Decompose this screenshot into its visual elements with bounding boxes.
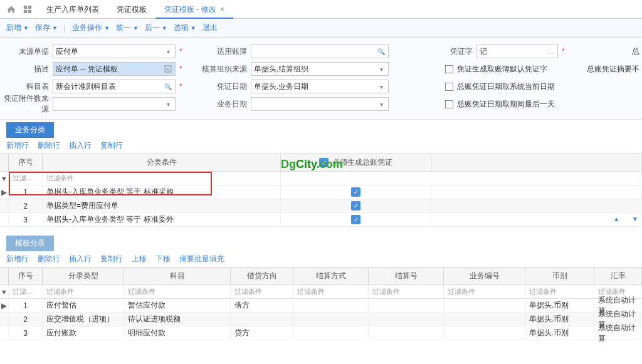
table-row[interactable]: 2应交增值税（进项）待认证进项税额单据头.币别系统自动计算 — [0, 313, 642, 326]
cell-subj[interactable]: 暂估应付款 — [124, 299, 231, 312]
col-must[interactable]: ✓必须生成总账凭证 — [281, 154, 431, 171]
table-row[interactable]: 3单据头-入库单业务类型 等于 标准委外✓ — [0, 213, 642, 227]
col-seq[interactable]: 序号 — [9, 154, 43, 171]
cell-dc[interactable] — [231, 313, 293, 326]
chevron-down-icon[interactable]: ▾ — [163, 46, 173, 56]
chevron-down-icon[interactable]: ▾ — [376, 99, 386, 109]
col2-dc[interactable]: 借贷方向 — [231, 268, 293, 284]
org-input[interactable]: 单据头.结算组织▾ — [251, 62, 389, 76]
filter2-curr[interactable]: 过滤条件 — [525, 285, 594, 298]
cell-cond[interactable]: 单据头-入库单业务类型 等于 标准委外 — [43, 213, 281, 226]
tab-stockin-list[interactable]: 生产入库单列表 — [38, 0, 108, 19]
src-bill-input[interactable]: 应付单▾ — [53, 44, 176, 58]
section-biz-class[interactable]: 业务分类 — [6, 122, 54, 138]
grid-icon[interactable] — [21, 3, 34, 16]
filter2-etype[interactable]: 过滤条件 — [43, 285, 124, 298]
chk-period-end[interactable]: 总账凭证日期取期间最后一天 — [445, 99, 555, 110]
col2-settle[interactable]: 结算方式 — [293, 268, 369, 284]
delrow-button[interactable]: 删除行 — [38, 140, 60, 151]
cell-must[interactable]: ✓ — [281, 185, 431, 199]
col2-settleno[interactable]: 结算号 — [369, 268, 444, 284]
insrow-button[interactable]: 插入行 — [69, 140, 92, 151]
table-row[interactable]: ▶1单据头-入库单业务类型 等于 标准采购✓ — [0, 185, 642, 199]
filter-icon[interactable]: ▼ — [0, 172, 9, 185]
col2-rate[interactable]: 汇率 — [594, 268, 642, 284]
chevron-down-icon[interactable]: ▾ — [376, 64, 386, 74]
col2-subj[interactable]: 科目 — [124, 268, 231, 284]
addrow2-button[interactable]: 新增行 — [6, 254, 29, 264]
col-cond[interactable]: 分类条件 — [43, 154, 281, 171]
save-button[interactable]: 保存▼ — [35, 23, 58, 33]
cell-subj[interactable]: 待认证进项税额 — [124, 313, 231, 326]
tab-voucher-tpl[interactable]: 凭证模板 — [108, 0, 155, 19]
table-row[interactable]: 2单据类型=费用应付单✓ — [0, 199, 642, 213]
cell-dc[interactable]: 贷方 — [231, 326, 293, 340]
filter2-subj[interactable]: 过滤条件 — [124, 285, 231, 298]
vtype-input[interactable]: 记… — [476, 44, 558, 58]
batch-button[interactable]: 摘要批量填充 — [179, 254, 224, 264]
scroll-up-icon[interactable]: ▲ — [613, 216, 619, 222]
chevron-down-icon[interactable]: ▾ — [376, 81, 386, 91]
search-icon[interactable]: 🔍 — [376, 46, 386, 56]
biz-ops-button[interactable]: 业务操作▼ — [72, 23, 110, 33]
cell-settleno[interactable] — [369, 326, 444, 340]
bdate-input[interactable]: ▾ — [251, 97, 389, 111]
chevron-down-icon[interactable]: ▾ — [163, 99, 173, 109]
cell-subj[interactable]: 明细应付款 — [124, 326, 231, 340]
options-button[interactable]: 选项▼ — [174, 23, 196, 33]
cell-rate[interactable]: 系统自动计算 — [594, 326, 642, 340]
section-tpl-entry[interactable]: 模板分录 — [6, 236, 54, 251]
col2-etype[interactable]: 分录类型 — [43, 268, 124, 284]
ellipsis-icon[interactable]: … — [545, 46, 555, 56]
col2-curr[interactable]: 币别 — [525, 268, 594, 284]
cell-cond[interactable]: 单据头-入库单业务类型 等于 标准采购 — [43, 185, 281, 199]
cell-must[interactable]: ✓ — [281, 199, 431, 212]
attach-input[interactable]: ▾ — [53, 97, 176, 111]
cell-etype[interactable]: 应付暂估 — [43, 299, 124, 312]
filter2-seq[interactable]: 过滤... — [9, 285, 43, 298]
exit-button[interactable]: 退出 — [203, 23, 218, 33]
cell-settle[interactable] — [293, 326, 369, 340]
cell-dc[interactable]: 借方 — [231, 299, 293, 312]
close-icon[interactable]: × — [220, 5, 224, 14]
cell-curr[interactable]: 单据头.币别 — [525, 299, 594, 312]
new-button[interactable]: 新增▼ — [6, 23, 29, 33]
col2-bizno[interactable]: 业务编号 — [444, 268, 525, 284]
cell-curr[interactable]: 单据头.币别 — [525, 313, 594, 326]
prev-button[interactable]: 前一▼ — [116, 23, 139, 33]
cell-settle[interactable] — [293, 313, 369, 326]
cell-settleno[interactable] — [369, 299, 444, 312]
cell-settleno[interactable] — [369, 313, 444, 326]
table-row[interactable]: 3应付账款明细应付款贷方单据头.币别系统自动计算 — [0, 326, 642, 340]
cpyrow-button[interactable]: 复制行 — [100, 140, 123, 151]
cell-curr[interactable]: 单据头.币别 — [525, 326, 594, 340]
vdate-input[interactable]: 单据头.业务日期▾ — [251, 80, 389, 93]
next-button[interactable]: 后一▼ — [145, 23, 167, 33]
cell-cond[interactable]: 单据类型=费用应付单 — [43, 199, 281, 212]
cell-bizno[interactable] — [444, 326, 525, 340]
tab-voucher-tpl-edit[interactable]: 凭证模板 - 修改× — [155, 0, 233, 19]
cell-settle[interactable] — [293, 299, 369, 312]
book-input[interactable]: 🔍 — [251, 44, 389, 58]
insrow2-button[interactable]: 插入行 — [69, 254, 92, 264]
chk-default-vtype[interactable]: 凭证生成取账簿默认凭证字 — [445, 64, 547, 75]
moveup-button[interactable]: 上移 — [132, 254, 147, 264]
filter-icon[interactable]: ▼ — [0, 285, 9, 298]
subject-input[interactable]: 新会计准则科目表🔍 — [53, 80, 176, 93]
delrow2-button[interactable]: 删除行 — [38, 254, 60, 264]
cell-bizno[interactable] — [444, 299, 525, 312]
cell-etype[interactable]: 应交增值税（进项） — [43, 313, 124, 326]
movedown-button[interactable]: 下移 — [155, 254, 171, 264]
home-icon[interactable] — [5, 3, 18, 16]
text-icon[interactable]: A — [163, 64, 173, 74]
addrow-button[interactable]: 新增行 — [6, 140, 29, 151]
cell-must[interactable]: ✓ — [281, 213, 431, 226]
filter2-bizno[interactable]: 过滤条件 — [444, 285, 525, 298]
cpyrow2-button[interactable]: 复制行 — [100, 254, 123, 264]
chk-sysdate[interactable]: 总账凭证日期取系统当前日期 — [445, 81, 555, 92]
cell-etype[interactable]: 应付账款 — [43, 326, 124, 340]
col2-seq[interactable]: 序号 — [9, 268, 43, 284]
filter-seq[interactable]: 过滤... — [9, 172, 43, 185]
scroll-down-icon[interactable]: ▼ — [632, 216, 638, 222]
filter2-settleno[interactable]: 过滤条件 — [369, 285, 444, 298]
